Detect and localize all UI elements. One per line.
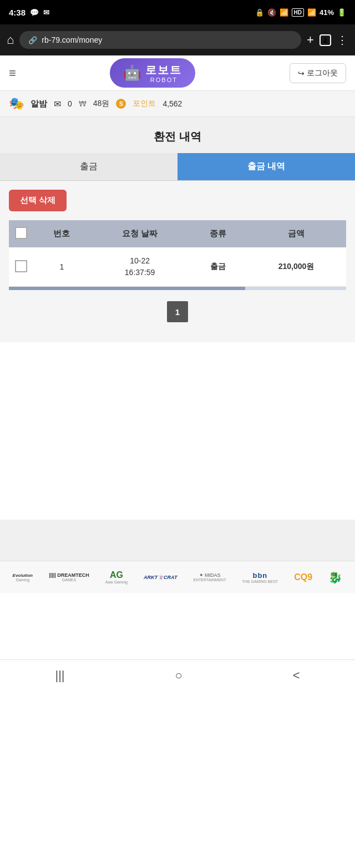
talk-icon: 💬	[30, 8, 39, 17]
row-number: 1	[33, 247, 90, 287]
status-bar: 4:38 💬 ✉ 🔒 🔇 📶 HD 📶 41% 🔋	[0, 0, 355, 24]
scroll-indicator	[9, 287, 346, 290]
bottom-white-space	[0, 593, 355, 659]
url-lock-icon: 🔗	[28, 36, 37, 44]
coin-icon: ₩	[79, 99, 87, 108]
nav-home-circle-icon[interactable]: ○	[175, 668, 182, 683]
mail-count: 0	[68, 99, 72, 108]
message-icon: ✉	[43, 8, 49, 17]
hd-badge: HD	[292, 8, 304, 17]
lock-icon: 🔒	[255, 8, 264, 17]
row-date: 10-22 16:37:59	[90, 247, 190, 287]
tab-count[interactable]: 2	[320, 34, 331, 46]
signal-icon: 📶	[307, 8, 316, 17]
brand-bbn: bbn THE GAMING BEST	[242, 571, 278, 583]
status-right: 🔒 🔇 📶 HD 📶 41% 🔋	[255, 8, 346, 17]
nav-bar: ||| ○ <	[0, 659, 355, 691]
user-info-bar: 🎭 알밤 ✉ 0 ₩ 48원 S 포인트 4,562	[0, 91, 355, 117]
new-tab-icon[interactable]: +	[307, 33, 314, 47]
battery-text: 41%	[320, 8, 334, 17]
header-type: 종류	[190, 220, 247, 247]
coin-amount: 48원	[93, 99, 110, 109]
header-checkbox-input[interactable]	[15, 227, 27, 239]
pagination: 1	[9, 290, 346, 333]
content-white-space	[0, 342, 355, 520]
robot-icon: 🤖	[123, 64, 141, 82]
header-checkbox	[9, 220, 33, 247]
logo-button[interactable]: 🤖 로보트 ROBOT	[110, 58, 195, 88]
logo-sub: ROBOT	[145, 77, 182, 83]
logout-button[interactable]: ↪ 로그아웃	[290, 63, 346, 83]
row-type: 출금	[190, 247, 247, 287]
brand-last: 🐉	[328, 571, 342, 584]
nav-back-icon[interactable]: <	[293, 668, 300, 683]
home-icon[interactable]: ⌂	[7, 33, 14, 47]
tab-bar: 출금 출금 내역	[0, 153, 355, 181]
footer-brands: Evolution Gaming ||||| DREAMTECH GAMES A…	[0, 561, 355, 593]
header-number: 번호	[33, 220, 90, 247]
page-content: 환전 내역 출금 출금 내역 선택 삭제 번호 요청 날짜 종류 금액	[0, 117, 355, 561]
page-1-button[interactable]: 1	[167, 301, 188, 322]
hamburger-icon[interactable]: ≡	[9, 66, 16, 80]
table-header-row: 번호 요청 날짜 종류 금액	[9, 220, 346, 247]
user-avatar: 🎭	[9, 97, 24, 111]
point-amount: 4,562	[163, 99, 182, 108]
point-label: 포인트	[133, 99, 156, 109]
point-circle-icon: S	[116, 99, 126, 109]
header-amount: 금액	[246, 220, 346, 247]
logo-text: 로보트 ROBOT	[145, 63, 182, 83]
url-bar[interactable]: 🔗 rb-79.com/money	[19, 31, 301, 49]
menu-icon[interactable]: ⋮	[337, 33, 348, 47]
brand-midas: ✦ MIDAS ENTERTAINMENT	[194, 572, 226, 582]
table-section: 선택 삭제 번호 요청 날짜 종류 금액	[0, 181, 355, 342]
status-time: 4:38	[9, 8, 26, 17]
row-checkbox[interactable]	[15, 260, 27, 272]
battery-icon: 🔋	[337, 8, 346, 17]
mute-icon: 🔇	[267, 8, 276, 17]
data-table: 번호 요청 날짜 종류 금액 1 10-22 16:37:59 출금	[9, 220, 346, 287]
browser-bar: ⌂ 🔗 rb-79.com/money + 2 ⋮	[0, 24, 355, 55]
scroll-bar	[9, 287, 245, 290]
header-date: 요청 날짜	[90, 220, 190, 247]
brand-ag: AG Asia Gaming	[105, 570, 128, 584]
wifi-icon: 📶	[280, 8, 288, 17]
brand-evolution: Evolution Gaming	[13, 573, 33, 582]
table-row: 1 10-22 16:37:59 출금 210,000원	[9, 247, 346, 287]
brand-aristocrat: ARKT🃏CRAT	[144, 575, 177, 580]
mail-icon: ✉	[54, 99, 61, 109]
tab-withdrawal[interactable]: 출금	[0, 153, 178, 180]
delete-button[interactable]: 선택 삭제	[9, 190, 67, 211]
url-text: rb-79.com/money	[42, 35, 102, 44]
nav-menu-icon[interactable]: |||	[55, 668, 64, 683]
logout-icon: ↪	[298, 69, 305, 78]
page-title: 환전 내역	[0, 117, 355, 153]
tab-withdrawal-history[interactable]: 출금 내역	[178, 153, 355, 180]
logout-label: 로그아웃	[307, 68, 338, 78]
row-amount: 210,000원	[246, 247, 346, 287]
status-left: 4:38 💬 ✉	[9, 8, 49, 17]
row-checkbox-cell	[9, 247, 33, 287]
brand-cq9: CQ9	[294, 572, 312, 582]
site-header: ≡ 🤖 로보트 ROBOT ↪ 로그아웃	[0, 55, 355, 91]
user-name: 알밤	[31, 99, 47, 109]
brand-dreamtech: ||||| DREAMTECH GAMES	[49, 572, 89, 582]
